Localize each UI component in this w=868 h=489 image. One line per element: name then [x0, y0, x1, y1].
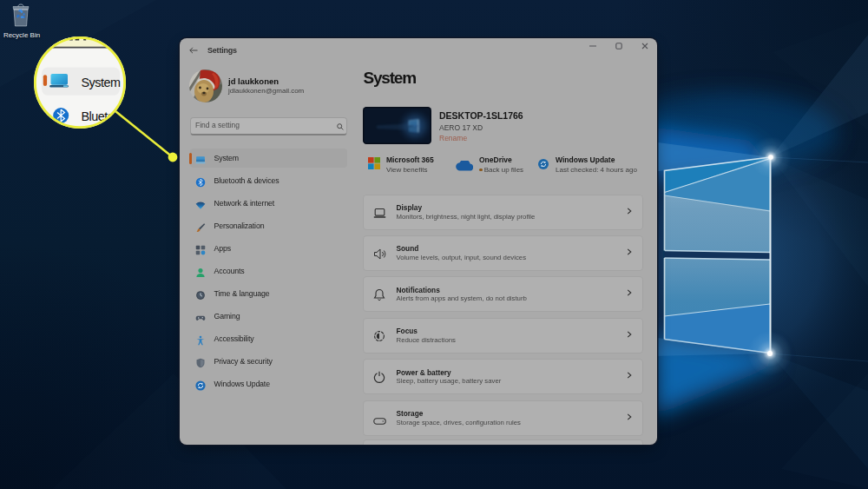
svg-text:System: System [82, 76, 121, 89]
